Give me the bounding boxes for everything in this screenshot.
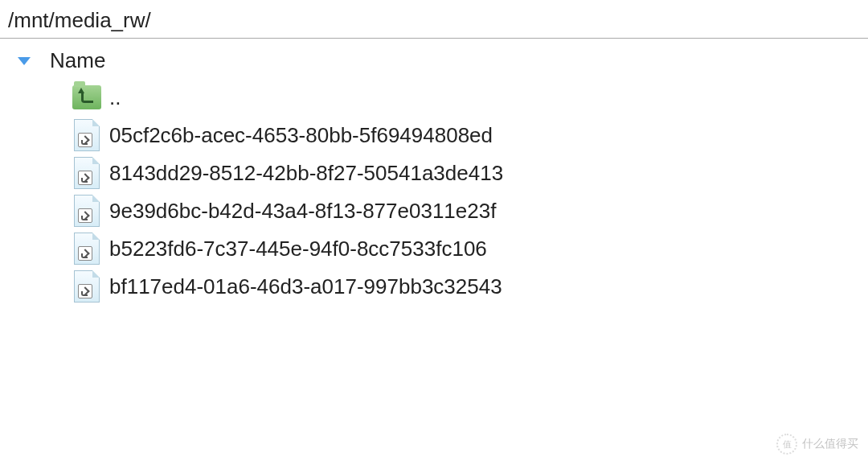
shortcut-file-icon: [74, 119, 100, 151]
parent-folder-label: ..: [109, 85, 121, 110]
parent-folder-icon: [72, 85, 101, 109]
current-path: /mnt/media_rw/: [8, 8, 151, 32]
shortcut-file-icon: [74, 195, 100, 227]
file-name: 05cf2c6b-acec-4653-80bb-5f69494808ed: [109, 123, 493, 148]
column-header-row: Name: [18, 48, 868, 73]
parent-folder-row[interactable]: ..: [72, 80, 868, 115]
file-row[interactable]: bf117ed4-01a6-46d3-a017-997bb3c32543: [72, 269, 868, 304]
file-row[interactable]: 05cf2c6b-acec-4653-80bb-5f69494808ed: [72, 117, 868, 153]
file-row[interactable]: 9e39d6bc-b42d-43a4-8f13-877e0311e23f: [72, 193, 868, 228]
file-name: b5223fd6-7c37-445e-94f0-8cc7533fc106: [109, 237, 487, 261]
file-row[interactable]: 8143dd29-8512-42bb-8f27-50541a3de413: [72, 155, 868, 191]
file-name: 8143dd29-8512-42bb-8f27-50541a3de413: [109, 161, 503, 186]
path-bar[interactable]: /mnt/media_rw/: [0, 0, 868, 39]
expand-triangle-icon[interactable]: [18, 57, 31, 65]
shortcut-file-icon: [74, 270, 100, 303]
file-row[interactable]: b5223fd6-7c37-445e-94f0-8cc7533fc106: [72, 231, 868, 266]
shortcut-file-icon: [74, 233, 100, 265]
shortcut-file-icon: [74, 157, 100, 189]
file-list: .. 05cf2c6b-acec-4653-80bb-5f69494808ed …: [72, 80, 868, 304]
column-header-name[interactable]: Name: [50, 48, 105, 73]
file-name: 9e39d6bc-b42d-43a4-8f13-877e0311e23f: [109, 199, 496, 224]
file-name: bf117ed4-01a6-46d3-a017-997bb3c32543: [109, 274, 502, 299]
